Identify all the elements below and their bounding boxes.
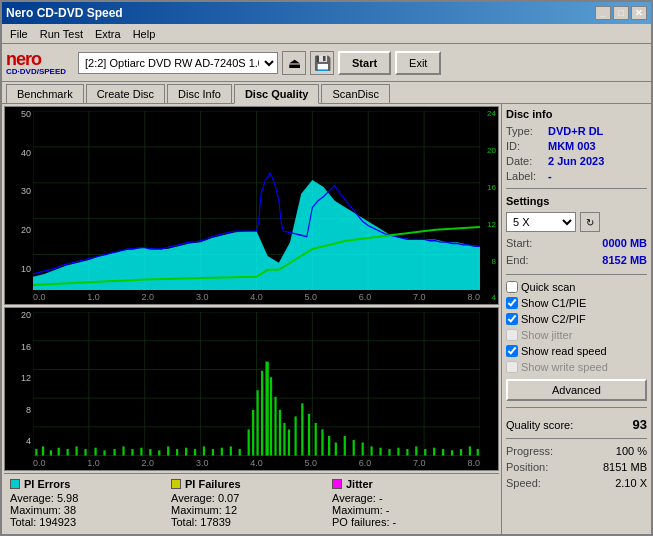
pi-failures-total: Total: 17839	[171, 516, 322, 528]
chart1-svg	[33, 111, 480, 290]
y-axis-left-bottom: 20 16 12 8 4	[5, 308, 33, 470]
show-c2pif-row[interactable]: Show C2/PIF	[506, 313, 647, 325]
show-c1pie-checkbox[interactable]	[506, 297, 518, 309]
show-read-speed-checkbox[interactable]	[506, 345, 518, 357]
svg-rect-56	[252, 410, 254, 456]
quality-score-row: Quality score: 93	[506, 417, 647, 432]
tab-disc-info[interactable]: Disc Info	[167, 84, 232, 103]
y-axis-left-top: 50 40 30 20 10	[5, 107, 33, 304]
x2-lbl-0.0: 0.0	[33, 458, 46, 468]
svg-rect-35	[67, 449, 69, 456]
exit-button[interactable]: Exit	[395, 51, 441, 75]
maximize-button[interactable]: □	[613, 6, 629, 20]
svg-rect-66	[301, 404, 303, 456]
end-mb-value: 8152 MB	[602, 254, 647, 266]
tab-scan-disc[interactable]: ScanDisc	[321, 84, 389, 103]
settings-refresh-button[interactable]: ↻	[580, 212, 600, 232]
svg-rect-83	[442, 449, 444, 456]
quick-scan-row[interactable]: Quick scan	[506, 281, 647, 293]
svg-rect-43	[140, 448, 142, 456]
svg-rect-65	[294, 417, 296, 456]
start-button[interactable]: Start	[338, 51, 391, 75]
pi-errors-total-label: Total:	[10, 516, 36, 528]
x-lbl-6.0: 6.0	[359, 292, 372, 302]
show-c2pif-label: Show C2/PIF	[521, 313, 586, 325]
show-c1pie-row[interactable]: Show C1/PIE	[506, 297, 647, 309]
pi-errors-max-label: Maximum:	[10, 504, 61, 516]
po-failures-label: PO failures:	[332, 516, 389, 528]
pi-errors-max-value: 38	[64, 504, 76, 516]
logo-text: nero	[6, 50, 66, 68]
svg-rect-39	[103, 451, 105, 456]
svg-rect-42	[131, 449, 133, 456]
menu-run-test[interactable]: Run Test	[34, 26, 89, 42]
svg-rect-47	[176, 449, 178, 456]
logo-subtext: CD·DVD/SPEED	[6, 68, 66, 76]
y-label-30: 30	[5, 186, 33, 196]
show-read-speed-row[interactable]: Show read speed	[506, 345, 647, 357]
progress-label: Progress:	[506, 445, 553, 457]
logo: nero CD·DVD/SPEED	[6, 50, 66, 76]
drive-select[interactable]: [2:2] Optiarc DVD RW AD-7240S 1.04	[78, 52, 278, 74]
show-c1pie-label: Show C1/PIE	[521, 297, 586, 309]
svg-rect-51	[212, 449, 214, 456]
speed-select[interactable]: 5 X	[506, 212, 576, 232]
pi-errors-avg-value: 5.98	[57, 492, 78, 504]
jitter-title: Jitter	[332, 478, 483, 490]
svg-rect-75	[370, 447, 372, 456]
tab-disc-quality[interactable]: Disc Quality	[234, 84, 320, 104]
y-label-40: 40	[5, 148, 33, 158]
minimize-button[interactable]: _	[595, 6, 611, 20]
save-icon-button[interactable]: 💾	[310, 51, 334, 75]
svg-rect-78	[397, 448, 399, 456]
pi-failures-group: PI Failures Average: 0.07 Maximum: 12 To…	[171, 478, 332, 528]
menu-file[interactable]: File	[4, 26, 34, 42]
jitter-avg-label: Average:	[332, 492, 376, 504]
x2-lbl-5.0: 5.0	[304, 458, 317, 468]
svg-rect-61	[274, 397, 276, 456]
svg-rect-86	[469, 447, 471, 456]
jitter-max-value: -	[386, 504, 390, 516]
stats-bar: PI Errors Average: 5.98 Maximum: 38 Tota…	[4, 473, 499, 532]
tab-create-disc[interactable]: Create Disc	[86, 84, 165, 103]
menu-help[interactable]: Help	[127, 26, 162, 42]
pi-errors-label: PI Errors	[24, 478, 70, 490]
y-label-50: 50	[5, 109, 33, 119]
position-value: 8151 MB	[603, 461, 647, 473]
title-bar-buttons: _ □ ✕	[595, 6, 647, 20]
quick-scan-checkbox[interactable]	[506, 281, 518, 293]
pi-errors-group: PI Errors Average: 5.98 Maximum: 38 Tota…	[10, 478, 171, 528]
y-label-b20: 20	[5, 310, 33, 320]
start-mb-row: Start: 0000 MB	[506, 237, 647, 249]
main-window: Nero CD-DVD Speed _ □ ✕ File Run Test Ex…	[0, 0, 653, 536]
svg-rect-41	[122, 447, 124, 456]
pi-failures-avg: Average: 0.07	[171, 492, 322, 504]
y-label-b16: 16	[5, 342, 33, 352]
svg-rect-57	[257, 391, 259, 456]
chart2-canvas	[33, 312, 480, 456]
svg-rect-71	[335, 443, 337, 456]
pi-failures-label: PI Failures	[185, 478, 241, 490]
svg-rect-46	[167, 447, 169, 456]
disc-type-value: DVD+R DL	[548, 125, 603, 137]
chart-area: 50 40 30 20 10 24 20 16 12 8 4	[2, 104, 501, 534]
y-label-b8: 8	[5, 405, 33, 415]
svg-rect-40	[113, 449, 115, 456]
eject-icon-button[interactable]: ⏏	[282, 51, 306, 75]
pi-failures-max-value: 12	[225, 504, 237, 516]
tab-benchmark[interactable]: Benchmark	[6, 84, 84, 103]
svg-rect-58	[261, 371, 263, 456]
show-write-speed-checkbox	[506, 361, 518, 373]
svg-rect-70	[328, 436, 330, 456]
menu-extra[interactable]: Extra	[89, 26, 127, 42]
po-failures-value: -	[393, 516, 397, 528]
svg-rect-59	[265, 362, 268, 456]
show-c2pif-checkbox[interactable]	[506, 313, 518, 325]
pi-errors-avg-label: Average:	[10, 492, 54, 504]
jitter-avg-value: -	[379, 492, 383, 504]
svg-rect-60	[270, 378, 272, 456]
advanced-button[interactable]: Advanced	[506, 379, 647, 401]
svg-rect-76	[379, 448, 381, 456]
disc-date-row: Date: 2 Jun 2023	[506, 155, 647, 167]
close-button[interactable]: ✕	[631, 6, 647, 20]
